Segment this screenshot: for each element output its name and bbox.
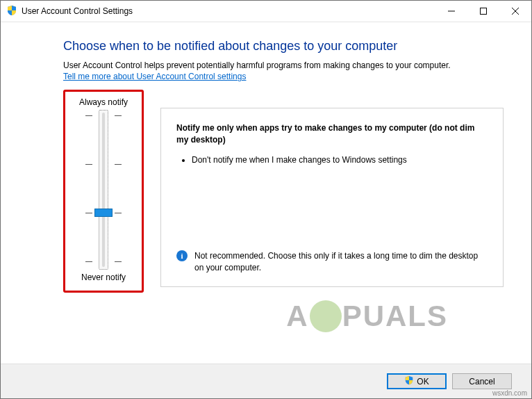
slider-tick — [115, 261, 122, 262]
level-bullets: Don't notify me when I make changes to W… — [176, 154, 488, 166]
watermark: A PUALS — [286, 300, 448, 333]
notification-slider[interactable] — [85, 110, 122, 270]
level-description-panel: Notify me only when apps try to make cha… — [160, 108, 504, 287]
level-title: Notify me only when apps try to make cha… — [176, 122, 488, 146]
maximize-button[interactable] — [467, 1, 499, 22]
page-heading: Choose when to be notified about changes… — [63, 39, 504, 54]
page-subtext: User Account Control helps prevent poten… — [63, 60, 504, 70]
close-button[interactable] — [499, 1, 531, 22]
slider-tick — [85, 213, 92, 213]
level-bullet: Don't notify me when I make changes to W… — [192, 154, 488, 166]
content-area: Choose when to be notified about changes… — [1, 22, 531, 364]
slider-top-label: Always notify — [71, 97, 136, 107]
watermark-logo-icon — [310, 300, 342, 332]
slider-tick — [115, 213, 122, 213]
help-link[interactable]: Tell me more about User Account Control … — [63, 72, 246, 81]
dialog-footer: OK Cancel — [1, 364, 531, 398]
level-note: i Not recommended. Choose this only if i… — [176, 250, 488, 274]
slider-tick — [115, 115, 122, 116]
watermark-text: PUALS — [342, 300, 448, 333]
shield-icon — [6, 5, 17, 18]
uac-settings-window: User Account Control Settings Choose whe… — [0, 0, 532, 399]
slider-tick — [115, 164, 122, 165]
svg-rect-1 — [481, 8, 487, 15]
slider-tick — [85, 261, 92, 262]
slider-groove — [102, 113, 105, 267]
notification-slider-panel: Always notify Never notify — [63, 90, 144, 293]
titlebar: User Account Control Settings — [1, 1, 531, 22]
body-row: Always notify Never notify — [63, 90, 504, 293]
ok-button[interactable]: OK — [387, 373, 447, 389]
slider-tick — [85, 115, 92, 116]
ok-button-label: OK — [417, 377, 429, 386]
cancel-button-label: Cancel — [469, 377, 494, 386]
attribution-text: wsxdn.com — [492, 389, 527, 397]
watermark-text: A — [286, 300, 308, 333]
slider-thumb[interactable] — [94, 209, 113, 217]
level-note-text: Not recommended. Choose this only if it … — [194, 250, 488, 274]
minimize-button[interactable] — [435, 1, 467, 22]
shield-icon — [404, 375, 414, 387]
cancel-button[interactable]: Cancel — [452, 373, 512, 389]
slider-bottom-label: Never notify — [71, 272, 136, 282]
info-icon: i — [176, 250, 188, 261]
window-controls — [435, 1, 531, 22]
window-title: User Account Control Settings — [22, 6, 435, 16]
slider-tick — [85, 164, 92, 165]
